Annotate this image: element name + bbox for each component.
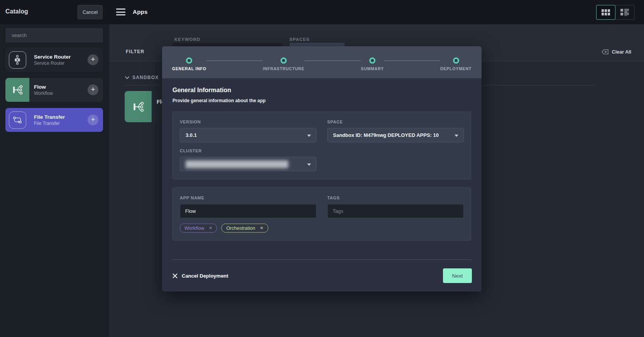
deploy-app-modal: GENERAL INFO INFRASTRUCTURE SUMMARY DEPL… — [162, 46, 482, 292]
sidebar-item-flow[interactable]: Flow Workflow + — [5, 78, 103, 102]
step-deployment[interactable]: DEPLOYMENT — [440, 57, 472, 71]
version-space-panel: VERSION 3.0.1 SPACE Sandbox ID: M479nwg … — [172, 111, 471, 179]
wizard-footer: Cancel Deployment Next — [172, 259, 472, 292]
remove-tag-icon[interactable]: ✕ — [260, 226, 263, 231]
add-flow-button[interactable]: + — [88, 84, 98, 95]
search-input[interactable] — [5, 28, 103, 42]
list-view-icon — [620, 9, 629, 16]
flow-icon — [5, 78, 29, 102]
tags-label: TAGS — [327, 195, 464, 200]
flow-icon — [125, 91, 152, 122]
grid-view-icon — [602, 9, 610, 15]
step-connector — [384, 61, 440, 61]
sidebar-item-title: Flow — [34, 84, 88, 90]
catalog-title: Catalog — [5, 8, 28, 15]
app-name-input[interactable] — [180, 204, 316, 218]
tag-chip-orchestration[interactable]: Orchestration ✕ — [221, 224, 268, 233]
sandbox-section-label: SANDBOX — [132, 75, 159, 80]
catalog-cancel-button[interactable]: Cancel — [78, 5, 103, 19]
sandbox-section-header[interactable]: SANDBOX — [125, 75, 159, 80]
close-icon — [172, 273, 177, 278]
redacted-cluster-value — [186, 160, 288, 168]
step-indicator — [186, 57, 192, 64]
cluster-select[interactable] — [180, 157, 316, 171]
add-file-transfer-button[interactable]: + — [88, 115, 98, 125]
sidebar-item-subtitle: File Transfer — [34, 121, 88, 126]
step-connector — [206, 61, 263, 61]
menu-icon[interactable] — [116, 8, 125, 15]
clear-all-button[interactable]: Clear All — [600, 49, 631, 55]
name-tags-panel: APP NAME TAGS Workflow ✕ Orchestration ✕ — [172, 187, 471, 241]
sidebar-item-title: File Transfer — [34, 114, 88, 120]
step-indicator — [281, 57, 287, 64]
page-title: Apps — [133, 8, 148, 15]
wizard-stepper: GENERAL INFO INFRASTRUCTURE SUMMARY DEPL… — [162, 46, 482, 78]
caret-down-icon — [307, 163, 311, 166]
filter-label: FILTER — [126, 49, 144, 54]
chevron-down-icon — [125, 76, 130, 79]
file-transfer-icon — [5, 108, 29, 132]
view-toggle-group — [596, 5, 635, 20]
caret-down-icon — [307, 135, 311, 137]
service-router-icon — [5, 48, 29, 72]
sidebar-item-file-transfer[interactable]: File Transfer File Transfer + — [5, 108, 103, 132]
app-name-label: APP NAME — [180, 195, 316, 200]
sidebar-item-title: Service Router — [34, 54, 88, 60]
step-infrastructure[interactable]: INFRASTRUCTURE — [263, 57, 304, 71]
clear-icon — [600, 49, 609, 55]
sidebar-item-subtitle: Workflow — [34, 91, 88, 96]
keyword-label: KEYWORD — [174, 37, 200, 42]
step-summary[interactable]: SUMMARY — [361, 57, 384, 71]
tags-input[interactable] — [327, 204, 464, 218]
step-indicator — [453, 57, 459, 64]
step-connector — [304, 61, 361, 61]
sidebar-item-subtitle: Service Router — [34, 61, 88, 66]
version-select[interactable]: 3.0.1 — [180, 128, 316, 142]
cluster-label: CLUSTER — [180, 148, 316, 153]
top-bar: Catalog Cancel Apps — [0, 0, 644, 24]
sidebar-item-service-router[interactable]: Service Router Service Router + — [5, 48, 103, 72]
wizard-title: General Information — [172, 87, 471, 94]
space-label: SPACE — [327, 120, 464, 124]
list-view-button[interactable] — [615, 5, 634, 19]
spaces-label: SPACES — [289, 37, 309, 42]
step-indicator — [369, 57, 375, 64]
caret-down-icon — [455, 135, 458, 137]
grid-view-button[interactable] — [596, 5, 615, 20]
add-service-router-button[interactable]: + — [88, 54, 98, 65]
next-button[interactable]: Next — [443, 268, 472, 283]
tag-chip-workflow[interactable]: Workflow ✕ — [180, 224, 217, 233]
remove-tag-icon[interactable]: ✕ — [209, 226, 212, 231]
catalog-sidebar: Service Router Service Router + Flow Wor… — [0, 24, 109, 337]
step-general-info[interactable]: GENERAL INFO — [172, 57, 206, 71]
space-select[interactable]: Sandbox ID: M479nwg DEPLOYED APPS: 10 — [327, 128, 464, 142]
cancel-deployment-button[interactable]: Cancel Deployment — [172, 273, 228, 279]
version-label: VERSION — [180, 120, 316, 124]
wizard-subtitle: Provide general information about the ap… — [172, 98, 471, 103]
